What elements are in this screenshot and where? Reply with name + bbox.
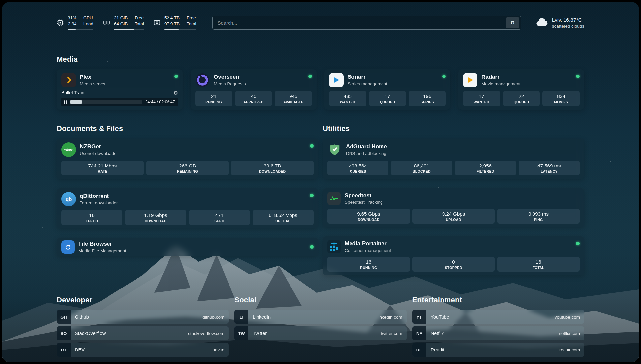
stat-value: 1.19 Gbps: [126, 212, 185, 218]
app-card-speedtest[interactable]: Speedtest Speedtest Tracking 9.65 Gbps D…: [323, 188, 584, 227]
bookmark-github[interactable]: GH Github github.com: [57, 310, 229, 324]
stat-label: RATE: [63, 169, 142, 173]
portainer-icon: [327, 240, 341, 253]
app-desc: Movie management: [481, 81, 521, 86]
bookmark-reddit[interactable]: RE Reddit reddit.com: [412, 343, 584, 357]
cpu-usage-value: 31%: [68, 15, 76, 21]
app-desc: Media server: [80, 81, 106, 86]
top-bar: 31% 2.94 CPU Load: [57, 13, 584, 32]
stat-label: REMAINING: [148, 169, 228, 173]
app-card-filebrowser[interactable]: File Browser Media File Management: [57, 238, 318, 256]
disk-free-label: Free: [187, 15, 196, 21]
stat-label: SEED: [190, 219, 249, 223]
disk-free-value: 52.4 TB: [164, 15, 180, 21]
stat-label: DOWNLOAD: [329, 218, 409, 222]
sonarr-icon: [329, 73, 344, 87]
stat-label: LEECH: [63, 219, 121, 223]
stat-tile: 744.21 Mbps RATE: [61, 161, 144, 175]
bookmark-name: Netflix: [431, 331, 444, 336]
app-card-radarr[interactable]: Radarr Movie management 17 WANTED 22 QUE…: [458, 69, 584, 110]
stat-value: 2,956: [456, 163, 515, 168]
search-bar[interactable]: G: [212, 16, 521, 30]
status-online-dot: [310, 194, 314, 197]
stat-label: WANTED: [464, 100, 499, 104]
ram-free-value: 21 GiB: [114, 15, 128, 21]
settings-gear-icon[interactable]: ⚙: [174, 90, 178, 95]
bookmark-url: twitter.com: [381, 331, 402, 336]
stat-tile: 22 QUEUED: [503, 91, 540, 106]
stat-value: 266 GB: [148, 163, 228, 168]
stat-tile: 618.52 Mbps UPLOAD: [253, 210, 314, 225]
dev-icon: DT: [57, 343, 71, 357]
search-engine-button[interactable]: G: [506, 17, 519, 28]
stat-value: 9.65 Gbps: [329, 211, 409, 217]
stat-tile: 2,956 FILTERED: [455, 161, 516, 175]
bookmark-name: Reddit: [431, 347, 444, 352]
bookmark-stackoverflow[interactable]: SO StackOverflow stackoverflow.com: [57, 326, 229, 340]
qbittorrent-icon-label: qb: [66, 197, 72, 202]
header-divider: [57, 39, 584, 39]
cpu-progress-bar: [68, 29, 93, 30]
app-name: Plex: [80, 74, 106, 80]
status-online-dot: [174, 75, 178, 78]
bookmark-netflix[interactable]: NF Netflix netflix.com: [412, 326, 584, 340]
stat-label: AVAILABLE: [276, 100, 311, 104]
app-card-nzbget[interactable]: nzbget NZBGet Usenet downloader 744.21 M…: [57, 139, 318, 179]
snow-specks: [2, 2, 3, 3]
speedtest-icon: [327, 192, 341, 205]
stat-label: LATENCY: [520, 169, 578, 173]
weather-location: Lviv, 16.87°C: [552, 17, 584, 23]
disk-progress-bar: [164, 29, 196, 30]
stat-label: PENDING: [197, 100, 231, 104]
bookmark-url: stackoverflow.com: [188, 331, 224, 336]
app-desc: Series management: [348, 81, 387, 86]
overseerr-icon: [195, 73, 210, 87]
bookmark-linkedin[interactable]: LI LinkedIn linkedin.com: [234, 310, 406, 324]
stat-tile: 485 WANTED: [329, 91, 366, 106]
app-card-portainer[interactable]: Media Portainer Container management 16 …: [323, 236, 584, 275]
search-input[interactable]: [217, 20, 506, 26]
section-title-social: Social: [234, 296, 406, 304]
linkedin-icon: LI: [234, 310, 248, 324]
bookmark-name: YouTube: [431, 314, 449, 319]
stat-value: 16: [63, 212, 121, 218]
app-card-overseerr[interactable]: Overseerr Media Requests 21 PENDING 40 A…: [191, 69, 317, 110]
stat-tile: 9.24 Gbps UPLOAD: [412, 209, 495, 224]
reddit-icon: RE: [412, 343, 426, 357]
stat-tile: 16 RUNNING: [327, 257, 410, 272]
adguard-icon: [327, 142, 342, 157]
documents-column: Documents & Files nzbget NZBGet Usenet d…: [57, 124, 318, 275]
plex-icon: [61, 73, 76, 87]
app-card-adguard[interactable]: AdGuard Home DNS and adblocking 498,564 …: [323, 139, 584, 179]
twitter-icon: TW: [234, 326, 248, 340]
app-desc: Torrent downloader: [80, 200, 118, 205]
stat-tile: 266 GB REMAINING: [146, 161, 229, 175]
youtube-icon: YT: [412, 310, 426, 324]
weather-widget[interactable]: Lviv, 16.87°C scattered clouds: [536, 17, 584, 29]
entertainment-section: Entertainment YT YouTube youtube.com NF …: [412, 296, 584, 357]
section-title-utilities: Utilities: [323, 124, 584, 133]
status-online-dot: [442, 75, 446, 78]
bookmark-youtube[interactable]: YT YouTube youtube.com: [412, 310, 584, 324]
stat-label: DOWNLOADED: [232, 169, 312, 173]
playback-track[interactable]: [70, 100, 142, 104]
stat-label: DOWNLOAD: [126, 219, 185, 223]
stat-value: 0: [414, 259, 494, 265]
stackoverflow-icon: SO: [57, 326, 71, 340]
stat-tile: 17 QUEUED: [369, 91, 406, 106]
app-card-qbittorrent[interactable]: qb qBittorrent Torrent downloader 16: [57, 188, 318, 228]
stat-label: WANTED: [330, 100, 365, 104]
app-card-plex[interactable]: Plex Media server Bullet Train ⚙: [57, 69, 183, 110]
bookmark-dev[interactable]: DT DEV dev.to: [57, 343, 229, 357]
stat-tile: 0.993 ms PING: [497, 209, 580, 224]
playback-bar[interactable]: 24:44 / 02:06:47: [61, 98, 178, 106]
nzbget-icon: nzbget: [61, 142, 76, 157]
filebrowser-icon: [61, 240, 75, 254]
dashboard-screen: 31% 2.94 CPU Load: [2, 2, 639, 362]
social-section: Social LI LinkedIn linkedin.com TW Twitt…: [234, 296, 406, 357]
app-card-sonarr[interactable]: Sonarr Series management 485 WANTED 17 Q…: [324, 69, 450, 110]
stat-label: SERIES: [410, 100, 444, 104]
bookmark-twitter[interactable]: TW Twitter twitter.com: [234, 326, 406, 340]
stat-tile: 86,401 BLOCKED: [391, 161, 452, 175]
pause-icon[interactable]: [64, 100, 67, 104]
